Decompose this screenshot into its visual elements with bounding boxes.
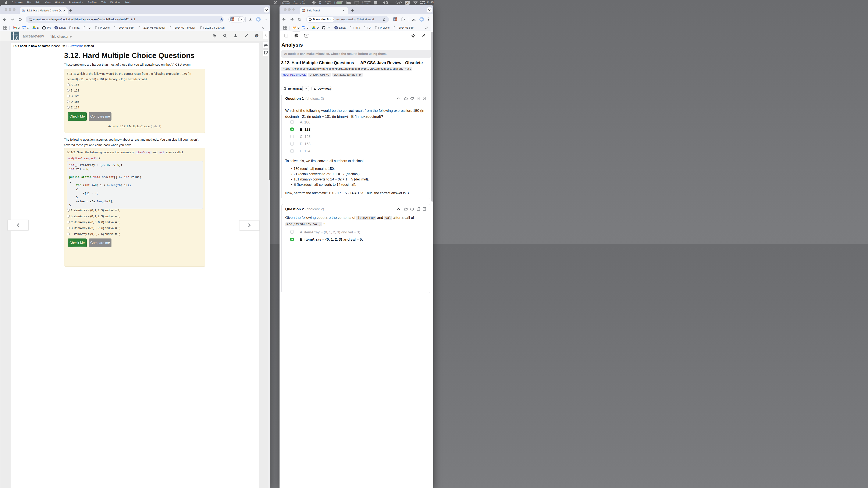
svg-text:23: 23	[23, 27, 25, 29]
svg-text:?: ?	[256, 35, 257, 37]
svg-text:Interactive: Interactive	[14, 35, 18, 36]
svg-text:23: 23	[303, 27, 305, 29]
